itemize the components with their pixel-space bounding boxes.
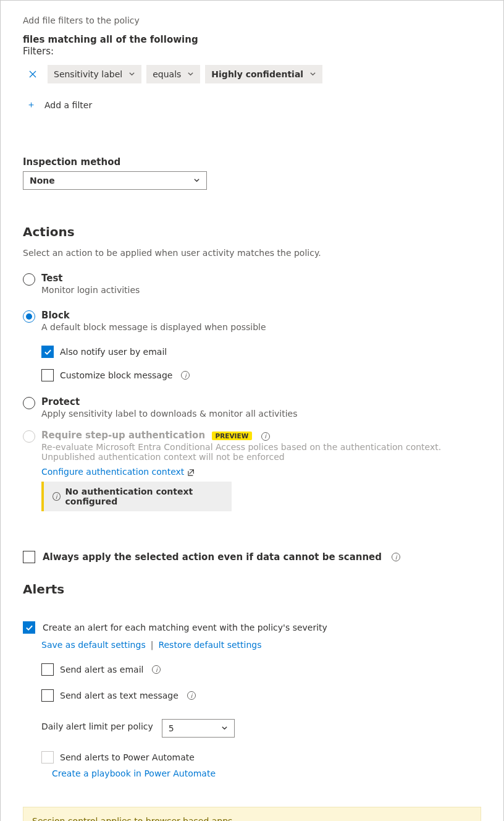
auth-warning: i No authentication context configured xyxy=(41,482,232,511)
inspection-value: None xyxy=(30,176,55,185)
playbook-link[interactable]: Create a playbook in Power Automate xyxy=(52,768,216,778)
configure-auth-link[interactable]: Configure authentication context xyxy=(41,467,184,477)
send-text-checkbox[interactable] xyxy=(41,689,54,702)
action-protect-radio[interactable] xyxy=(23,397,35,409)
create-alert-row: Create an alert for each matching event … xyxy=(23,621,481,634)
customize-msg-checkbox[interactable] xyxy=(41,369,54,381)
action-block-desc: A default block message is displayed whe… xyxy=(41,322,266,332)
footer-note: Session control applies to browser-based… xyxy=(23,807,481,821)
send-text-row: Send alert as text message i xyxy=(41,689,481,702)
plus-icon: ＋ xyxy=(27,99,36,111)
info-icon[interactable]: i xyxy=(152,665,161,674)
chevron-down-icon xyxy=(193,176,200,185)
daily-limit-label: Daily alert limit per policy xyxy=(41,721,153,731)
action-test-label: Test xyxy=(41,273,140,284)
filter-row: Sensitivity label equals Highly confiden… xyxy=(23,64,481,84)
auth-warning-text: No authentication context configured xyxy=(65,487,225,506)
add-filter-label: Add a filter xyxy=(44,100,92,110)
actions-heading: Actions xyxy=(23,224,481,239)
filters-sub: Filters: xyxy=(23,46,481,57)
configure-auth-row: Configure authentication context xyxy=(41,467,481,477)
always-apply-checkbox[interactable] xyxy=(23,551,35,563)
filter-field-label: Sensitivity label xyxy=(54,69,122,79)
action-test-radio[interactable] xyxy=(23,273,35,286)
send-email-checkbox[interactable] xyxy=(41,663,54,676)
notify-email-checkbox[interactable] xyxy=(41,346,54,358)
action-block-radio[interactable] xyxy=(23,310,35,323)
preview-badge: PREVIEW xyxy=(212,432,253,440)
action-block-row: Block A default block message is display… xyxy=(23,310,481,332)
filter-op-label: equals xyxy=(153,69,181,79)
filters-title: files matching all of the following xyxy=(23,34,481,45)
chevron-down-icon xyxy=(221,723,228,733)
alerts-heading: Alerts xyxy=(23,582,481,597)
power-automate-label: Send alerts to Power Automate xyxy=(60,752,195,762)
filter-field-dropdown[interactable]: Sensitivity label xyxy=(48,65,141,83)
send-email-row: Send alert as email i xyxy=(41,663,481,676)
power-automate-checkbox[interactable] xyxy=(41,751,54,764)
create-alert-label: Create an alert for each matching event … xyxy=(43,623,327,632)
daily-limit-value: 5 xyxy=(169,723,174,733)
send-email-label: Send alert as email xyxy=(60,665,143,674)
action-protect-label: Protect xyxy=(41,396,298,407)
action-stepup-desc: Re-evaluate Microsoft Entra Conditional … xyxy=(41,442,481,462)
daily-limit-select[interactable]: 5 xyxy=(162,719,235,738)
action-test-row: Test Monitor login activities xyxy=(23,273,481,295)
chevron-down-icon xyxy=(309,69,316,79)
action-stepup-row: Require step-up authentication PREVIEW i… xyxy=(23,430,481,511)
info-icon[interactable]: i xyxy=(392,553,400,561)
action-protect-row: Protect Apply sensitivity label to downl… xyxy=(23,396,481,419)
inspection-method-select[interactable]: None xyxy=(23,171,207,190)
info-icon: i xyxy=(52,492,61,501)
filter-value-dropdown[interactable]: Highly confidential xyxy=(205,65,322,83)
action-block-label: Block xyxy=(41,310,266,321)
info-icon[interactable]: i xyxy=(261,432,270,441)
inspection-label: Inspection method xyxy=(23,156,481,168)
daily-limit-row: Daily alert limit per policy 5 xyxy=(41,715,481,738)
alert-settings-links: Save as default settings | Restore defau… xyxy=(41,640,481,650)
page-hint: Add file filters to the policy xyxy=(23,15,481,25)
actions-desc: Select an action to be applied when user… xyxy=(23,248,481,258)
save-default-link[interactable]: Save as default settings xyxy=(41,640,146,650)
chevron-down-icon xyxy=(128,69,135,79)
notify-email-label: Also notify user by email xyxy=(60,347,167,357)
customize-msg-label: Customize block message xyxy=(60,370,172,380)
notify-email-row: Also notify user by email xyxy=(41,346,481,358)
power-automate-row: Send alerts to Power Automate xyxy=(41,751,481,764)
always-apply-row: Always apply the selected action even if… xyxy=(23,551,481,563)
customize-msg-row: Customize block message i xyxy=(41,369,481,381)
always-apply-label: Always apply the selected action even if… xyxy=(43,551,382,563)
restore-default-link[interactable]: Restore default settings xyxy=(158,640,261,650)
chevron-down-icon xyxy=(187,69,194,79)
info-icon[interactable]: i xyxy=(187,691,196,700)
external-link-icon xyxy=(188,468,196,476)
action-stepup-label: Require step-up authentication xyxy=(41,430,205,441)
send-text-label: Send alert as text message xyxy=(60,691,178,700)
info-icon[interactable]: i xyxy=(181,371,190,380)
footer-line1: Session control applies to browser-based… xyxy=(32,815,472,821)
add-filter-button[interactable]: ＋ Add a filter xyxy=(23,99,481,111)
filter-value-label: Highly confidential xyxy=(211,69,303,79)
action-protect-desc: Apply sensitivity label to downloads & m… xyxy=(41,409,298,419)
remove-filter-icon[interactable] xyxy=(23,64,43,84)
action-stepup-radio xyxy=(23,430,35,443)
divider: | xyxy=(151,640,154,650)
create-alert-checkbox[interactable] xyxy=(23,621,35,634)
action-test-desc: Monitor login activities xyxy=(41,285,140,295)
filter-op-dropdown[interactable]: equals xyxy=(146,65,200,83)
